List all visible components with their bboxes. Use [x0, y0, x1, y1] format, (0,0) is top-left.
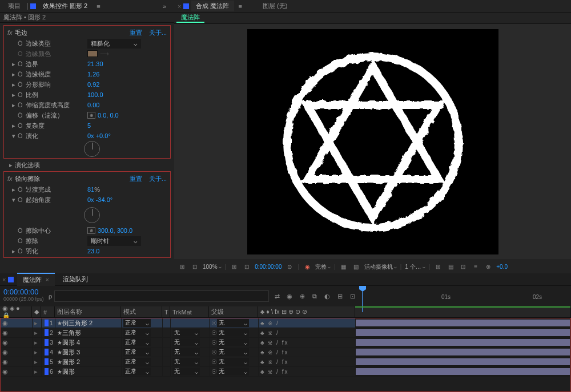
- prop-border-value[interactable]: 21.30: [87, 60, 103, 67]
- zoom-dropdown[interactable]: 100%⌵: [203, 264, 222, 270]
- blend-mode-dropdown[interactable]: 正常⌵: [123, 338, 151, 346]
- name-header[interactable]: 图层名称: [55, 306, 121, 317]
- prop-edge-type-dropdown[interactable]: 粗糙化⌵: [87, 39, 141, 49]
- twisty-icon[interactable]: ▸: [34, 339, 38, 346]
- lock-icon[interactable]: ×: [178, 3, 181, 10]
- label-color-chip[interactable]: [45, 358, 49, 365]
- anchor-icon[interactable]: ⊕: [87, 112, 95, 119]
- comp-mini-flowchart-icon[interactable]: ⇄: [272, 292, 282, 301]
- av-header-icon[interactable]: ◉ ◈ ● 🔒: [2, 305, 29, 320]
- fx-toggle-icon[interactable]: fx: [7, 175, 13, 182]
- blend-mode-dropdown[interactable]: 正常⌵: [123, 358, 151, 366]
- effect-about[interactable]: 关于...: [149, 29, 167, 37]
- graph-editor-icon[interactable]: ⊞: [335, 292, 344, 301]
- layer-switches[interactable]: ♣ ※ / fx: [260, 369, 288, 375]
- prop-offset-value[interactable]: 0.0, 0.0: [98, 112, 119, 119]
- visibility-toggle-icon[interactable]: ◉: [2, 339, 10, 346]
- tab-render-queue[interactable]: 渲染队列: [57, 273, 94, 285]
- fx-toggle-icon[interactable]: fx: [7, 29, 13, 36]
- tab-menu-icon[interactable]: ≡: [234, 2, 247, 11]
- twisty-icon[interactable]: ▸: [34, 368, 38, 375]
- layer-switches[interactable]: ♣ ※ / fx: [260, 359, 288, 365]
- brain-icon[interactable]: ⊡: [348, 292, 357, 301]
- grid-icon[interactable]: ▧: [352, 262, 361, 272]
- layer-switches[interactable]: ♣ ※ /: [260, 330, 279, 336]
- parent-dropdown[interactable]: 无⌵: [217, 338, 249, 346]
- resolution-dropdown[interactable]: 完整⌵: [315, 263, 331, 271]
- pickwhip-icon[interactable]: ☉: [211, 329, 217, 337]
- prop-feather-value[interactable]: 23.0: [87, 248, 99, 254]
- effect-reset[interactable]: 重置: [130, 29, 142, 37]
- evolution-dial[interactable]: [84, 141, 100, 157]
- tab-effect-controls[interactable]: 效果控件 圆形 2: [38, 1, 92, 11]
- views-dropdown[interactable]: 1 个…⌵: [405, 263, 425, 271]
- viewer-comp-name[interactable]: 魔法阵: [176, 13, 204, 23]
- prop-stretch-value[interactable]: 0.00: [87, 102, 99, 108]
- timeline-icon[interactable]: ≡: [471, 262, 480, 272]
- trkmat-dropdown[interactable]: 无⌵: [172, 348, 200, 356]
- visibility-toggle-icon[interactable]: ◉: [2, 320, 10, 327]
- trkmat-header[interactable]: TrkMat: [170, 306, 209, 317]
- shy-icon[interactable]: ⊕: [297, 292, 307, 301]
- twisty-icon[interactable]: ▸: [34, 349, 38, 356]
- twisty-icon[interactable]: ▸: [34, 358, 38, 366]
- color-mgmt-icon[interactable]: ◉: [303, 262, 312, 272]
- tab-menu-icon[interactable]: ≡: [92, 2, 104, 11]
- layer-row[interactable]: ◉▸3★ 圆形 4正常⌵无⌵☉ 无⌵♣ ※ / fx: [1, 338, 570, 347]
- current-time-indicator[interactable]: [359, 286, 366, 306]
- label-header[interactable]: ◆: [32, 306, 41, 317]
- layer-name[interactable]: 倒三角形 2: [62, 319, 93, 328]
- label-color-chip[interactable]: [45, 339, 49, 346]
- num-header[interactable]: #: [41, 306, 55, 317]
- layer-name[interactable]: 圆形: [62, 367, 75, 376]
- anchor-icon[interactable]: ⊕: [87, 227, 95, 234]
- prop-fractal-value[interactable]: 0.92: [87, 81, 99, 88]
- layer-track[interactable]: [356, 357, 570, 366]
- time-ruler[interactable]: 01s 02s: [357, 286, 571, 306]
- tab-layer[interactable]: 图层 (无): [258, 1, 292, 11]
- layer-switches[interactable]: ♣ ※ / fx: [260, 340, 288, 346]
- tab-composition-timeline[interactable]: 魔法阵×: [17, 273, 54, 286]
- view-icon[interactable]: ⊞: [433, 262, 443, 272]
- layer-row[interactable]: ◉▸6★ 圆形正常⌵无⌵☉ 无⌵♣ ※ / fx: [1, 367, 570, 377]
- close-icon[interactable]: ×: [2, 276, 6, 283]
- prop-wipe-center-value[interactable]: 300.0, 300.0: [98, 227, 132, 234]
- label-color-chip[interactable]: [45, 368, 49, 375]
- trkmat-dropdown[interactable]: 无⌵: [172, 338, 200, 346]
- stopwatch-icon[interactable]: Ö: [18, 60, 26, 67]
- prop-scale-value[interactable]: 100.0: [87, 91, 103, 98]
- trkmat-dropdown[interactable]: 无⌵: [172, 358, 200, 366]
- viewer-canvas-area[interactable]: [174, 24, 571, 260]
- prop-start-angle-value[interactable]: 0x -34.0°: [87, 196, 112, 203]
- exposure-value[interactable]: +0.0: [496, 264, 508, 270]
- stopwatch-icon[interactable]: Ö: [18, 40, 26, 47]
- resolution-icon[interactable]: ⊞: [230, 262, 239, 272]
- pickwhip-icon[interactable]: ☉: [211, 320, 217, 327]
- mode-header[interactable]: 模式: [121, 306, 162, 317]
- label-color-chip[interactable]: [45, 329, 49, 336]
- timeline-search-input[interactable]: [54, 290, 269, 302]
- parent-dropdown[interactable]: 无⌵: [217, 348, 249, 356]
- region-icon[interactable]: ▦: [339, 262, 348, 272]
- layer-row[interactable]: ◉▸5★ 圆形 2正常⌵无⌵☉ 无⌵♣ ※ / fx: [1, 357, 570, 367]
- comp-flowchart-icon[interactable]: ⊕: [484, 262, 493, 272]
- visibility-toggle-icon[interactable]: ◉: [2, 358, 10, 366]
- draft-3d-icon[interactable]: ◉: [285, 292, 294, 301]
- timecode-display[interactable]: 0:00:00:00: [255, 264, 282, 270]
- tab-project[interactable]: 项目: [3, 1, 25, 11]
- layer-name[interactable]: 圆形 3: [62, 348, 80, 357]
- layer-track[interactable]: [356, 338, 570, 347]
- blend-mode-dropdown[interactable]: 正常⌵: [123, 367, 151, 375]
- prop-transition-value[interactable]: 81: [87, 186, 94, 193]
- effect-name[interactable]: 毛边: [15, 29, 123, 37]
- parent-dropdown[interactable]: 无⌵: [217, 329, 249, 337]
- layer-switches[interactable]: ♣ ※ /: [260, 320, 279, 326]
- prop-complexity-value[interactable]: 5: [87, 122, 91, 129]
- label-color-chip[interactable]: [45, 349, 49, 355]
- twisty-icon[interactable]: ▸: [34, 320, 38, 327]
- prop-wipe-dropdown[interactable]: 顺时针⌵: [87, 236, 141, 246]
- trkmat-dropdown[interactable]: 无⌵: [172, 367, 200, 375]
- pickwhip-icon[interactable]: ☉: [211, 368, 217, 375]
- effect-name[interactable]: 径向擦除: [15, 175, 123, 183]
- blend-mode-dropdown[interactable]: 正常⌵: [123, 329, 151, 337]
